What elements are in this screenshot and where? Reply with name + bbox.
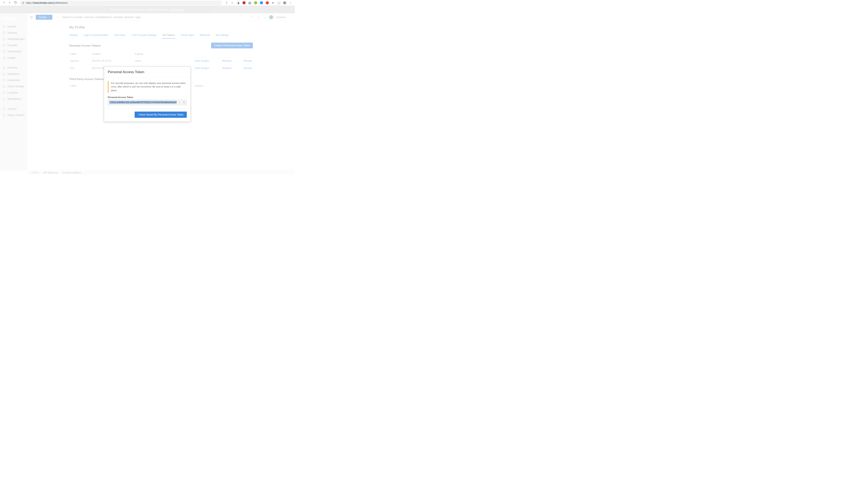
security-notice: For security purposes, we can only displ… (108, 81, 187, 93)
sidebar-item-object-storage[interactable]: Object Storage (0, 83, 28, 90)
sidebar-item-nodebalancers[interactable]: NodeBalancers (0, 36, 28, 42)
view-scopes-link[interactable]: View Scopes (177, 57, 210, 65)
chevron-down-icon (289, 16, 292, 19)
avatar[interactable] (269, 15, 273, 19)
sidebar-item-images[interactable]: Images (0, 55, 28, 61)
sidebar-item-label: Object Storage (7, 85, 24, 88)
create-token-button[interactable]: Create A Personal Access Token (211, 42, 253, 49)
banner-link[interactable]: Learn more. (170, 8, 184, 11)
community-icon[interactable] (257, 16, 260, 19)
col-label[interactable]: Label (69, 51, 91, 57)
bell-icon[interactable] (263, 16, 266, 19)
integration-banner: We're working on integrating Linode and … (0, 6, 295, 13)
topbar: Create uphlewis (28, 13, 295, 21)
username[interactable]: uphlewis (276, 16, 286, 19)
download-icon[interactable] (178, 101, 181, 104)
version: v1.87.0 (31, 172, 39, 174)
tab-ssh-keys[interactable]: SSH Keys (114, 32, 126, 39)
sidebar-item-label: Databases (7, 72, 19, 75)
pat-section-title: Personal Access Tokens (69, 44, 101, 47)
close-icon[interactable]: × (290, 8, 292, 12)
sidebar: (Akamai LinodesVolumesNodeBalancersFirew… (0, 13, 28, 170)
balance-icon (2, 38, 5, 40)
tab-display[interactable]: Display (69, 32, 78, 39)
tab-oauth-apps[interactable]: OAuth Apps (180, 32, 195, 39)
svg-rect-3 (3, 38, 5, 40)
reload-button[interactable] (14, 1, 17, 4)
create-button[interactable]: Create (36, 15, 52, 20)
bucket-icon (2, 85, 5, 88)
bookmark-icon[interactable]: ☆ (231, 1, 234, 4)
brand-logo[interactable]: (Akamai (0, 15, 28, 23)
sidebar-item-kubernetes[interactable]: Kubernetes (0, 77, 28, 83)
extension-icon[interactable] (242, 1, 246, 4)
revoke-link[interactable]: Revoke (232, 57, 253, 65)
svg-rect-1 (3, 25, 5, 28)
rename-link[interactable]: Rename (210, 65, 232, 72)
page-title: My Profile (69, 25, 253, 30)
svg-rect-12 (3, 98, 5, 100)
tab-api-tokens[interactable]: API Tokens (162, 32, 175, 39)
sidebar-item-label: Longview (7, 91, 18, 94)
tab-my-settings[interactable]: My Settings (215, 32, 229, 39)
token-box: 2182a1d0082c83cd20ee00f6793831f4f626476e… (108, 100, 187, 105)
svg-rect-2 (3, 32, 5, 34)
svg-point-17 (257, 16, 258, 17)
rename-link[interactable]: Rename (210, 57, 232, 65)
confirm-saved-button[interactable]: I Have Saved My Personal Access Token (134, 111, 187, 118)
col-expires[interactable]: Expires (194, 83, 253, 89)
sidebar-item-label: NodeBalancers (7, 38, 24, 40)
share-icon[interactable]: ⤴ (225, 1, 228, 4)
back-button[interactable] (2, 1, 5, 4)
panel-icon[interactable]: ▢ (277, 1, 280, 4)
menu-icon[interactable] (30, 16, 33, 19)
address-bar[interactable]: https://cloud.linode.com/profile/tokens (20, 1, 222, 5)
forward-button[interactable] (8, 1, 11, 4)
sidebar-item-domains[interactable]: Domains (0, 65, 28, 71)
layers-icon (2, 31, 5, 34)
sidebar-item-help-&-support[interactable]: Help & Support (0, 112, 28, 118)
svg-point-15 (57, 16, 59, 18)
sidebar-item-longview[interactable]: Longview (0, 90, 28, 96)
svg-rect-8 (3, 73, 5, 75)
revoke-link[interactable]: Revoke (232, 65, 253, 72)
svg-rect-7 (3, 67, 5, 69)
sidebar-item-stackscripts[interactable]: StackScripts (0, 49, 28, 55)
svg-rect-13 (3, 108, 5, 110)
profile-tabs: DisplayLogin & AuthenticationSSH KeysLIS… (69, 32, 253, 39)
tab-login-authentication[interactable]: Login & Authentication (83, 32, 109, 39)
sidebar-item-marketplace[interactable]: Marketplace (0, 96, 28, 102)
svg-rect-4 (3, 44, 5, 46)
sidebar-item-volumes[interactable]: Volumes (0, 30, 28, 36)
sidebar-item-label: Help & Support (7, 114, 24, 116)
sidebar-item-firewalls[interactable]: Firewalls (0, 42, 28, 49)
sidebar-item-linodes[interactable]: Linodes (0, 23, 28, 30)
sidebar-item-databases[interactable]: Databases (0, 71, 28, 77)
browser-chrome: https://cloud.linode.com/profile/tokens … (0, 0, 295, 6)
url-text: https://cloud.linode.com/profile/tokens (26, 1, 68, 4)
globe-icon (2, 66, 5, 69)
extensions-icon[interactable]: ✦ (271, 1, 275, 4)
menu-icon[interactable]: ⋮ (289, 1, 292, 4)
extension-icon[interactable] (260, 1, 263, 4)
extension-icon[interactable] (254, 1, 257, 4)
sidebar-item-account[interactable]: Account (0, 106, 28, 112)
sidebar-item-label: Images (7, 56, 16, 59)
tab-lish-console-settings[interactable]: LISH Console Settings (131, 32, 157, 39)
token-value[interactable]: 2182a1d0082c83cd20ee00f6793831f4f626476e… (109, 101, 177, 104)
modal-title: Personal Access Token (104, 67, 191, 78)
extension-icon[interactable]: ◑ (236, 1, 240, 4)
col-expires[interactable]: Expires (134, 51, 177, 57)
stack-icon (2, 50, 5, 53)
help-icon[interactable] (250, 16, 254, 19)
col-created[interactable]: Created (91, 51, 134, 57)
cell-label: root (69, 65, 91, 72)
feedback-link[interactable]: Provide Feedback (63, 172, 81, 174)
extension-icon[interactable]: ⏻ (248, 1, 251, 4)
tab-referrals[interactable]: Referrals (199, 32, 211, 39)
api-reference-link[interactable]: API Reference (43, 172, 58, 174)
copy-icon[interactable] (183, 101, 185, 104)
extension-icon[interactable] (266, 1, 269, 4)
search-input[interactable] (62, 16, 248, 19)
profile-avatar[interactable] (283, 1, 286, 4)
